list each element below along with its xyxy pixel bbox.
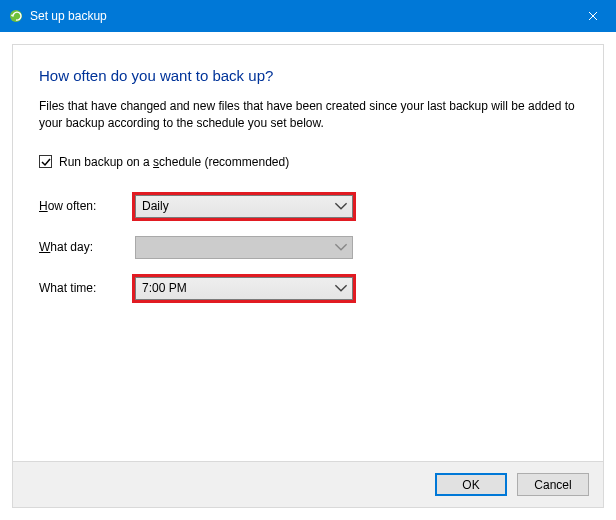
how-often-select-wrap: Daily xyxy=(135,195,353,218)
what-day-select xyxy=(135,236,353,259)
what-time-row: What time: 7:00 PM xyxy=(39,277,577,300)
window-body: How often do you want to back up? Files … xyxy=(0,32,616,520)
what-time-label: What time: xyxy=(39,281,135,295)
chevron-down-icon xyxy=(334,240,348,254)
what-day-select-wrap xyxy=(135,236,353,259)
ok-button[interactable]: OK xyxy=(435,473,507,496)
chevron-down-icon xyxy=(334,199,348,213)
what-day-row: What day: xyxy=(39,236,577,259)
backup-icon xyxy=(8,8,24,24)
what-time-select-wrap: 7:00 PM xyxy=(135,277,353,300)
what-time-value: 7:00 PM xyxy=(142,281,187,295)
what-time-select[interactable]: 7:00 PM xyxy=(135,277,353,300)
what-day-label: What day: xyxy=(39,240,135,254)
chevron-down-icon xyxy=(334,281,348,295)
titlebar: Set up backup xyxy=(0,0,616,32)
how-often-select[interactable]: Daily xyxy=(135,195,353,218)
how-often-row: How often: Daily xyxy=(39,195,577,218)
content-frame: How often do you want to back up? Files … xyxy=(12,44,604,508)
cancel-button[interactable]: Cancel xyxy=(517,473,589,496)
close-button[interactable] xyxy=(570,0,616,32)
dialog-footer: OK Cancel xyxy=(13,461,603,507)
schedule-checkbox-label: Run backup on a schedule (recommended) xyxy=(59,155,289,169)
page-heading: How often do you want to back up? xyxy=(39,67,577,84)
page-description: Files that have changed and new files th… xyxy=(39,98,577,133)
schedule-checkbox-row[interactable]: Run backup on a schedule (recommended) xyxy=(39,155,577,169)
window-title: Set up backup xyxy=(30,9,107,23)
how-often-value: Daily xyxy=(142,199,169,213)
how-often-label: How often: xyxy=(39,199,135,213)
schedule-checkbox[interactable] xyxy=(39,155,52,168)
